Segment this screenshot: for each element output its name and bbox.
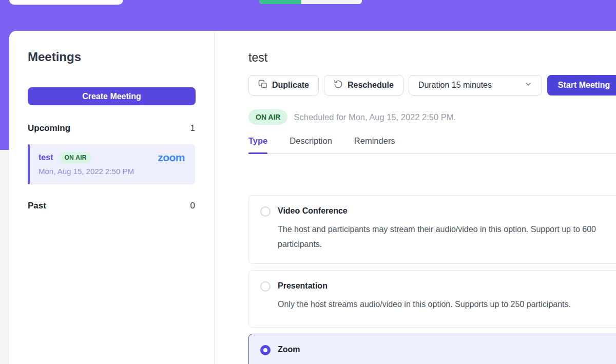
sidebar-section-upcoming[interactable]: Upcoming 1	[28, 123, 195, 133]
page-title: test	[248, 50, 616, 65]
duration-value: Duration 15 minutes	[418, 81, 492, 90]
create-meeting-button[interactable]: Create Meeting	[28, 87, 196, 105]
progress-fill	[259, 0, 301, 4]
duration-select[interactable]: Duration 15 minutes	[409, 75, 542, 95]
meeting-datetime: Mon, Aug 15, 2022 2:50 PM	[38, 167, 185, 176]
option-description: Only the host streams audio/video in thi…	[278, 297, 616, 312]
start-meeting-button[interactable]: Start Meeting	[547, 75, 616, 95]
main-content: test Duplicate Reschedul	[215, 31, 616, 364]
header-card-remnant	[9, 0, 123, 5]
sidebar: Meetings Create Meeting Upcoming 1 test …	[9, 31, 215, 364]
app-panel: Meetings Create Meeting Upcoming 1 test …	[9, 31, 616, 364]
meeting-type-options: Video Conference The host and participan…	[248, 195, 616, 364]
reschedule-label: Reschedule	[348, 81, 394, 90]
tab-description[interactable]: Description	[290, 136, 332, 153]
sidebar-title: Meetings	[28, 49, 195, 65]
radio-zoom[interactable]	[260, 345, 271, 355]
toolbar: Duplicate Reschedule Duration 15 minutes	[248, 75, 616, 95]
option-presentation[interactable]: Presentation Only the host streams audio…	[248, 270, 616, 328]
option-title: Presentation	[278, 281, 616, 291]
reschedule-button[interactable]: Reschedule	[324, 75, 403, 95]
progress-bar	[259, 0, 362, 4]
past-label: Past	[28, 201, 46, 211]
option-description: Host your meeting on Zoom	[278, 360, 616, 364]
scheduled-text: Scheduled for Mon, Aug 15, 2022 2:50 PM.	[294, 112, 456, 122]
upcoming-count: 1	[190, 123, 195, 133]
upcoming-label: Upcoming	[28, 123, 70, 133]
radio-video-conference[interactable]	[260, 206, 271, 217]
tab-reminders[interactable]: Reminders	[354, 136, 395, 153]
zoom-logo: zoom	[158, 152, 185, 163]
copy-icon	[258, 80, 267, 91]
sidebar-section-past[interactable]: Past 0	[28, 201, 195, 211]
past-count: 0	[190, 201, 195, 211]
duplicate-label: Duplicate	[272, 81, 309, 90]
option-video-conference[interactable]: Video Conference The host and participan…	[248, 195, 616, 264]
refresh-icon	[334, 80, 343, 91]
option-description: The host and participants may stream the…	[278, 222, 616, 252]
tab-type[interactable]: Type	[248, 136, 267, 153]
tab-bar: Type Description Reminders	[248, 136, 616, 154]
option-zoom[interactable]: Zoom Host your meeting on Zoom	[248, 334, 616, 364]
meeting-list-item[interactable]: test ON AIR zoom Mon, Aug 15, 2022 2:50 …	[28, 144, 195, 184]
status-row: ON AIR Scheduled for Mon, Aug 15, 2022 2…	[248, 109, 616, 125]
duplicate-button[interactable]: Duplicate	[248, 75, 319, 95]
option-title: Video Conference	[278, 206, 616, 216]
on-air-badge: ON AIR	[59, 152, 91, 163]
meeting-name: test	[38, 153, 53, 162]
on-air-status-badge: ON AIR	[248, 109, 287, 125]
chevron-down-icon	[524, 80, 532, 90]
option-title: Zoom	[278, 344, 616, 355]
radio-presentation[interactable]	[260, 281, 271, 292]
